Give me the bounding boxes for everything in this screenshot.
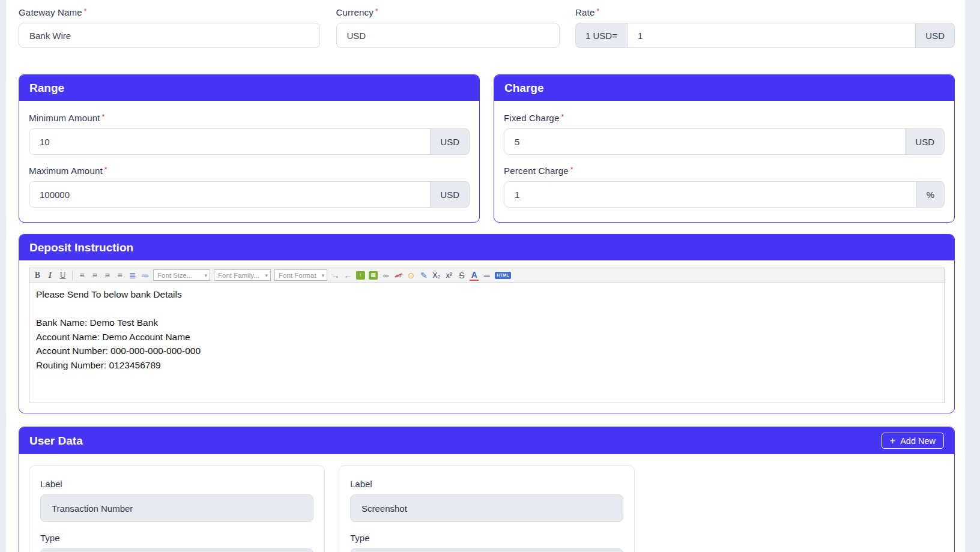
user-data-card-header: User Data + Add New: [19, 427, 954, 454]
unlink-icon[interactable]: ∞: [394, 269, 403, 282]
indent-icon[interactable]: →: [331, 269, 340, 282]
user-data-card: User Data + Add New Label Transaction Nu…: [19, 427, 955, 552]
editor-toolbar: B I U ≡ ≡ ≡ ≡ ≣ ≔ Font Size...▾ Font Fam…: [29, 268, 944, 283]
chevron-down-icon: ▾: [265, 272, 268, 278]
align-justify-icon[interactable]: ≡: [115, 269, 124, 282]
editor-line: Bank Name: Demo Test Bank: [36, 316, 937, 330]
add-new-button[interactable]: + Add New: [882, 433, 944, 449]
label-value-input: Screenshot: [350, 494, 623, 522]
unordered-list-icon[interactable]: ≔: [141, 269, 150, 282]
superscript-icon[interactable]: x²: [444, 269, 453, 282]
subscript-icon[interactable]: X₂: [432, 269, 441, 282]
range-card-header: Range: [19, 75, 479, 101]
remove-format-icon[interactable]: A: [470, 270, 479, 281]
gateway-name-input[interactable]: [19, 23, 320, 48]
range-card: Range Minimum Amount* USD Maximum Amount…: [19, 74, 480, 223]
maximum-amount-label: Maximum Amount*: [29, 166, 470, 176]
maximum-amount-currency-addon: USD: [431, 181, 470, 208]
rate-input[interactable]: [627, 23, 916, 48]
required-mark: *: [84, 7, 87, 16]
currency-input[interactable]: [336, 23, 560, 48]
deposit-instruction-card-header: Deposit Instruction: [19, 235, 954, 260]
editor-line: Please Send To below bank Details: [36, 287, 937, 302]
font-format-select[interactable]: Font Format▾: [274, 269, 327, 281]
required-mark: *: [561, 113, 564, 121]
charge-card-header: Charge: [494, 75, 954, 101]
deposit-instruction-editor-content[interactable]: Please Send To below bank Details Bank N…: [29, 283, 944, 403]
minimum-amount-currency-addon: USD: [431, 128, 470, 155]
chevron-down-icon: ▾: [204, 272, 207, 278]
required-mark: *: [104, 166, 107, 174]
rich-text-editor: B I U ≡ ≡ ≡ ≡ ≣ ≔ Font Size...▾ Font Fam…: [29, 268, 945, 403]
bold-icon[interactable]: B: [33, 269, 42, 282]
user-data-item: Label Screenshot Type: [339, 465, 635, 552]
main-content-panel: Gateway Name* Currency* Rate* 1 USD= USD: [6, 0, 965, 552]
user-data-card-title: User Data: [29, 434, 83, 448]
outdent-icon[interactable]: ←: [343, 269, 352, 282]
rate-currency-addon: USD: [916, 23, 955, 48]
required-mark: *: [102, 113, 105, 121]
editor-line: Account Number: 000-000-000-000-000: [36, 344, 937, 358]
underline-icon[interactable]: U: [58, 269, 67, 282]
plus-icon: +: [890, 436, 895, 446]
image-upload-icon[interactable]: ↑: [356, 271, 365, 280]
editor-line: [36, 302, 937, 316]
type-value-input: [350, 548, 623, 552]
percent-charge-unit-addon: %: [917, 181, 945, 208]
align-left-icon[interactable]: ≡: [77, 269, 86, 282]
minimum-amount-label: Minimum Amount*: [29, 113, 470, 123]
italic-icon[interactable]: I: [46, 269, 55, 282]
user-data-item: Label Transaction Number Type: [29, 465, 325, 552]
label-caption: Label: [350, 479, 623, 489]
percent-charge-input[interactable]: [504, 181, 917, 208]
align-center-icon[interactable]: ≡: [90, 269, 99, 282]
rate-prefix-addon: 1 USD=: [575, 23, 627, 48]
type-value-input: [40, 548, 313, 552]
chevron-down-icon: ▾: [321, 272, 324, 278]
editor-line: Account Name: Demo Account Name: [36, 330, 937, 344]
html-source-icon[interactable]: HTML: [495, 272, 511, 279]
charge-card-title: Charge: [504, 82, 543, 95]
percent-charge-label: Percent Charge*: [504, 166, 945, 176]
type-caption: Type: [40, 533, 313, 543]
font-size-select[interactable]: Font Size...▾: [153, 269, 210, 281]
rate-label: Rate*: [575, 7, 955, 17]
gateway-basic-row: Gateway Name* Currency* Rate* 1 USD= USD: [19, 7, 955, 48]
fixed-charge-input[interactable]: [504, 128, 906, 155]
range-card-title: Range: [29, 82, 64, 95]
font-family-select[interactable]: Font Family...▾: [214, 269, 271, 281]
type-caption: Type: [350, 533, 623, 543]
horizontal-rule-icon[interactable]: ═: [482, 269, 491, 282]
minimum-amount-input[interactable]: [29, 128, 431, 155]
fixed-charge-currency-addon: USD: [906, 128, 945, 155]
currency-label: Currency*: [336, 7, 560, 17]
label-value-input: Transaction Number: [40, 494, 313, 522]
fixed-charge-label: Fixed Charge*: [504, 113, 945, 123]
image-icon[interactable]: ▦: [369, 271, 378, 280]
gateway-name-label: Gateway Name*: [19, 7, 320, 17]
charge-card: Charge Fixed Charge* USD Percent Charge*: [494, 74, 955, 223]
editor-line: Routing Number: 0123456789: [36, 358, 937, 373]
strikethrough-icon[interactable]: S: [457, 269, 466, 282]
label-caption: Label: [40, 479, 313, 489]
link-icon[interactable]: ∞: [381, 269, 390, 282]
deposit-instruction-card: Deposit Instruction B I U ≡ ≡ ≡ ≡ ≣ ≔: [19, 234, 955, 413]
required-mark: *: [597, 7, 600, 16]
emoticon-icon[interactable]: ☺: [407, 269, 416, 282]
edit-pencil-icon[interactable]: ✎: [419, 269, 428, 282]
deposit-instruction-card-title: Deposit Instruction: [29, 241, 133, 254]
required-mark: *: [570, 166, 573, 174]
align-right-icon[interactable]: ≡: [103, 269, 112, 282]
required-mark: *: [375, 7, 378, 16]
toolbar-separator: [72, 271, 73, 280]
ordered-list-icon[interactable]: ≣: [128, 269, 137, 282]
maximum-amount-input[interactable]: [29, 181, 431, 208]
